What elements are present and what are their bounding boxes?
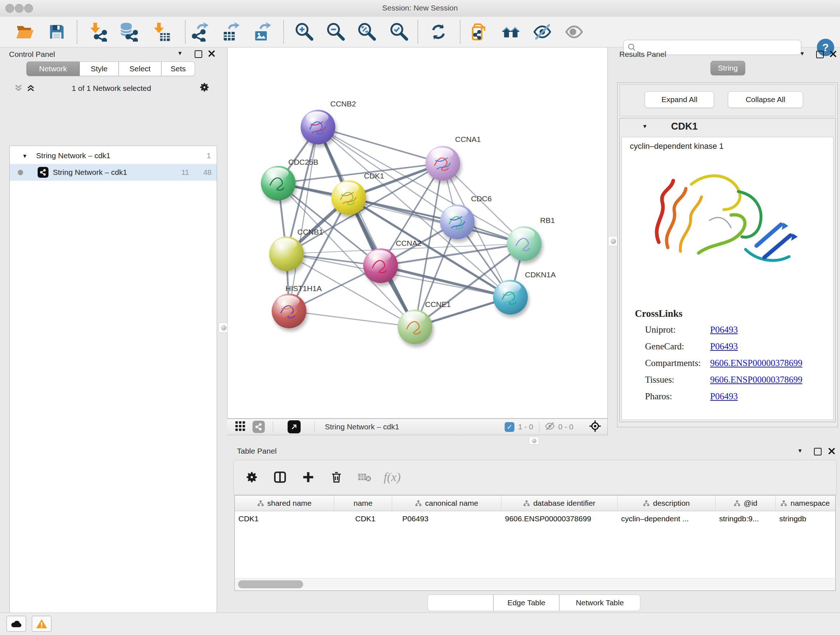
import-table-icon[interactable]	[151, 21, 172, 42]
delete-column-trash-icon[interactable]	[325, 466, 348, 489]
graph-node-CDC25B[interactable]	[261, 166, 295, 201]
center-view-crosshair-icon[interactable]	[589, 420, 602, 434]
selected-checkbox-icon[interactable]: ✓	[505, 422, 515, 432]
control-panel-collapse-icon[interactable]: ▼	[177, 50, 183, 56]
graph-node-CDK1[interactable]	[332, 180, 366, 215]
import-network-database-icon[interactable]	[118, 21, 139, 42]
save-session-icon[interactable]	[46, 21, 67, 42]
right-panel-splitter-handle[interactable]	[608, 236, 618, 246]
graph-edge-CCNB2-CCNA1[interactable]	[318, 127, 443, 163]
cell-shared-name[interactable]: CDK1	[235, 511, 334, 526]
network-overview-icon[interactable]	[253, 421, 265, 433]
crosslink-value-link[interactable]: P06493	[710, 341, 737, 352]
zoom-in-icon[interactable]	[294, 21, 314, 42]
cell-database-identifier[interactable]: 9606.ENSP00000378699	[501, 511, 617, 526]
table-panel-float-icon[interactable]	[814, 448, 821, 455]
graph-node-CCNA2[interactable]	[363, 249, 398, 283]
column-header-description[interactable]: description	[617, 496, 715, 511]
export-table-icon[interactable]	[220, 21, 241, 42]
zoom-selected-icon[interactable]	[388, 21, 409, 42]
graph-node-CCNB2[interactable]	[301, 110, 335, 144]
column-header-namespace[interactable]: namespace	[775, 496, 835, 511]
table-panel-splitter-handle[interactable]	[529, 437, 539, 445]
cell-canonical-name[interactable]: P06493	[392, 511, 501, 526]
graph-edge-CCNE1-HIST1H1A[interactable]	[289, 311, 415, 327]
collapse-all-button[interactable]: Collapse All	[728, 91, 803, 108]
tab-network[interactable]: Network	[27, 62, 80, 76]
tab-network-table[interactable]: Network Table	[559, 594, 640, 611]
detach-view-icon[interactable]	[287, 420, 301, 433]
table-row[interactable]: CDK1 CDK1 P06493 9606.ENSP00000378699 cy…	[235, 511, 835, 526]
graph-node-HIST1H1A[interactable]	[272, 294, 306, 328]
table-panel-collapse-icon[interactable]: ▼	[797, 448, 803, 454]
crosslink-value-link[interactable]: 9606.ENSP00000378699	[710, 358, 802, 368]
warnings-button[interactable]	[32, 616, 51, 632]
open-session-icon[interactable]	[14, 21, 35, 42]
crosslink-value-link[interactable]: P06493	[710, 325, 737, 335]
table-settings-gear-icon[interactable]	[240, 466, 264, 489]
show-all-eye-icon[interactable]	[564, 21, 584, 42]
tree-expand-icon[interactable]: ▼	[22, 153, 27, 159]
cell-description[interactable]: cyclin–dependent ...	[617, 511, 715, 526]
export-image-icon[interactable]	[251, 21, 272, 42]
network-options-gear-icon[interactable]	[199, 82, 210, 93]
zoom-out-icon[interactable]	[325, 21, 346, 42]
scrollbar-thumb[interactable]	[238, 580, 303, 588]
tab-node-table[interactable]: Node Table	[428, 594, 493, 611]
network-collection-row[interactable]: ▼ String Network – cdk1 1	[10, 147, 217, 164]
toolbar-separator	[77, 20, 77, 43]
string-home-icon[interactable]	[500, 21, 521, 42]
birds-eye-view-icon[interactable]	[234, 420, 246, 433]
node-gloss	[337, 182, 359, 194]
delete-table-icon[interactable]	[353, 466, 376, 489]
add-column-icon[interactable]	[297, 466, 320, 489]
import-network-file-icon[interactable]	[87, 21, 108, 42]
tab-edge-table[interactable]: Edge Table	[493, 594, 559, 611]
tab-select[interactable]: Select	[118, 62, 161, 76]
column-header-canonical-name[interactable]: canonical name	[392, 496, 501, 511]
graph-node-CDC6[interactable]	[440, 204, 475, 239]
network-row-label: String Network – cdk1	[53, 168, 127, 177]
table-horizontal-scrollbar[interactable]	[235, 578, 835, 590]
crosslink-value-link[interactable]: P06493	[710, 391, 737, 402]
control-panel-close-icon[interactable]	[208, 50, 215, 57]
tab-string[interactable]: String	[711, 61, 745, 75]
graph-edge-CDC25B-CDC6[interactable]	[278, 183, 457, 222]
results-panel-float-icon[interactable]	[816, 51, 824, 58]
zoom-fit-icon[interactable]	[356, 21, 377, 42]
cloud-status-button[interactable]	[6, 616, 26, 632]
graph-node-label-CDC25B: CDC25B	[288, 158, 318, 166]
graph-node-CDKN1A[interactable]	[493, 280, 528, 315]
network-canvas[interactable]: CCNB2CCNA1CDC25BCDK1CDC6RB1CCNB1CCNA2CDK…	[227, 47, 608, 418]
cell-namespace[interactable]: stringdb	[775, 511, 835, 526]
column-header-id[interactable]: @id	[715, 496, 775, 511]
column-header-name[interactable]: name	[334, 496, 392, 511]
control-panel-float-icon[interactable]	[195, 50, 202, 58]
tab-style[interactable]: Style	[80, 62, 118, 76]
select-columns-icon[interactable]	[268, 466, 292, 489]
cell-id[interactable]: stringdb:9...	[715, 511, 775, 526]
results-panel-collapse-icon[interactable]: ▼	[799, 50, 805, 57]
entry-collapse-icon[interactable]: ▼	[642, 123, 647, 129]
graph-node-CCNA1[interactable]	[425, 146, 460, 181]
graph-node-CCNE1[interactable]	[398, 310, 432, 344]
clone-network-icon[interactable]	[468, 21, 489, 42]
graph-node-CCNB1[interactable]	[269, 236, 304, 271]
function-builder-icon[interactable]: f(x)	[381, 466, 404, 489]
cell-name[interactable]: CDK1	[334, 511, 392, 526]
network-row-selected[interactable]: String Network – cdk1 11 48	[10, 164, 217, 181]
tab-sets[interactable]: Sets	[161, 62, 195, 76]
refresh-layout-icon[interactable]	[428, 21, 449, 42]
node-gloss	[403, 311, 425, 323]
table-panel-close-icon[interactable]	[829, 448, 835, 454]
hide-selected-eye-icon[interactable]	[532, 21, 553, 42]
column-header-database-identifier[interactable]: database identifier	[501, 496, 617, 511]
column-header-shared-name[interactable]: shared name	[235, 496, 334, 511]
node-gloss	[266, 168, 288, 180]
column-type-icon	[415, 500, 422, 507]
export-network-icon[interactable]	[189, 21, 210, 42]
crosslink-value-link[interactable]: 9606.ENSP00000378699	[710, 375, 802, 385]
results-panel-close-icon[interactable]	[830, 51, 836, 57]
graph-node-RB1[interactable]	[507, 226, 542, 261]
expand-all-button[interactable]: Expand All	[645, 91, 714, 108]
